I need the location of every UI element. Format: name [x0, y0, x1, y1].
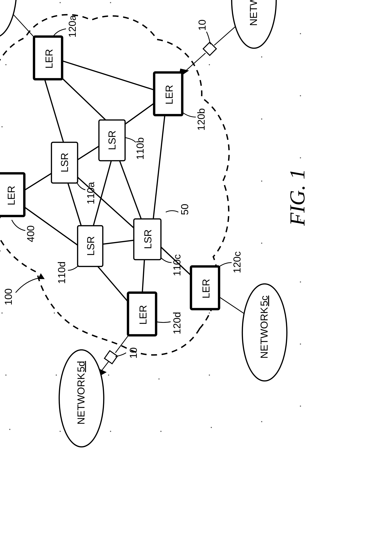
svg-point-23 [110, 431, 111, 432]
svg-point-17 [60, 431, 61, 432]
core-ref: 50 [179, 204, 190, 215]
lsr-110b-node: LSR [99, 120, 125, 161]
svg-point-34 [209, 64, 210, 65]
system-ref: 100 [3, 288, 14, 305]
ler-120c-node: LER [191, 266, 219, 309]
svg-marker-91 [38, 273, 45, 279]
lsr-110a-ref: 110a [85, 182, 96, 204]
svg-line-54 [78, 146, 99, 160]
svg-point-10 [1, 312, 3, 313]
svg-point-24 [108, 374, 109, 376]
svg-point-40 [261, 243, 262, 244]
svg-point-25 [110, 2, 111, 3]
lsr-110d-node: LSR [78, 226, 103, 266]
svg-line-61 [119, 160, 141, 220]
svg-line-67 [62, 61, 154, 90]
svg-line-66 [124, 102, 155, 125]
ler-120d-ref: 120d [171, 312, 182, 334]
ler-120d-node: LER [128, 292, 156, 335]
ler-400-ref: 400 [25, 225, 36, 242]
lsr-110a-node: LSR [51, 142, 78, 183]
svg-point-8 [9, 429, 10, 430]
svg-point-13 [1, 126, 3, 127]
lsr-110c-ref: 110c [171, 254, 182, 276]
svg-line-55 [68, 183, 81, 227]
lsr-110b-ref: 110b [134, 137, 145, 160]
svg-point-46 [300, 343, 301, 345]
lsr-110a-label: LSR [59, 153, 70, 172]
svg-line-65 [60, 76, 107, 121]
ler-120b-label: LER [163, 85, 175, 104]
svg-point-41 [261, 180, 262, 182]
svg-point-87 [0, 0, 16, 38]
network-5d-label: NETWORK [75, 373, 86, 425]
svg-line-71 [217, 296, 246, 315]
svg-line-60 [97, 265, 132, 306]
ler-120a-label: LER [43, 49, 54, 68]
svg-point-27 [160, 431, 161, 432]
ler-400-label: LER [5, 186, 17, 205]
svg-point-50 [300, 95, 301, 96]
svg-point-9 [5, 374, 6, 376]
ler-120b-node: LER [154, 72, 182, 115]
lsr-110d-ref: 110d [56, 261, 67, 284]
svg-line-58 [103, 240, 134, 244]
network-5b: NETWORK 5b [232, 0, 276, 48]
network-5d-ref: 5d [75, 361, 86, 372]
svg-line-64 [153, 115, 165, 220]
lsr-110c-label: LSR [142, 229, 153, 249]
figure-caption: FIG. 1 [285, 169, 309, 226]
network-5c-label: NETWORK [258, 307, 270, 359]
svg-point-32 [209, 374, 210, 376]
svg-point-51 [300, 33, 301, 34]
network-5c-ref: 5c [258, 296, 270, 306]
ler-120d-label: LER [137, 305, 149, 325]
lsr-110b-label: LSR [106, 130, 117, 150]
ler-400-node: LER [0, 173, 24, 216]
svg-point-47 [300, 281, 301, 282]
svg-point-37 [261, 421, 262, 422]
lsr-110d-label: LSR [85, 236, 96, 256]
svg-point-31 [211, 427, 212, 428]
ler-120a-ref: 120a [66, 15, 78, 38]
svg-point-11 [0, 250, 0, 251]
ler-120a-node: LER [34, 37, 62, 79]
svg-point-42 [261, 118, 262, 120]
ler-120b-ref: 120b [195, 108, 207, 131]
svg-line-57 [45, 79, 64, 144]
ler-120c-ref: 120c [231, 251, 243, 273]
svg-point-33 [209, 312, 210, 313]
network-5d: NETWORK 5d [59, 350, 104, 447]
network-5c: NETWORK 5c [242, 284, 287, 381]
svg-point-49 [300, 157, 301, 158]
svg-point-19 [54, 312, 55, 313]
packet-out-ref: 10 [127, 347, 139, 359]
svg-point-18 [56, 374, 57, 376]
svg-point-43 [261, 56, 262, 57]
network-5a: NETWORK 5a [0, 0, 16, 38]
network-topology-diagram: LSR LSR LSR LSR LER LER [0, 0, 320, 464]
network-5b-label: NETWORK [248, 0, 259, 26]
ler-120c-label: LER [200, 279, 211, 298]
svg-point-21 [60, 2, 61, 3]
svg-point-28 [158, 378, 159, 379]
svg-point-14 [5, 64, 6, 65]
lsr-110c-node: LSR [134, 219, 161, 259]
packet-in-ref: 10 [196, 19, 208, 31]
svg-point-45 [300, 405, 301, 407]
